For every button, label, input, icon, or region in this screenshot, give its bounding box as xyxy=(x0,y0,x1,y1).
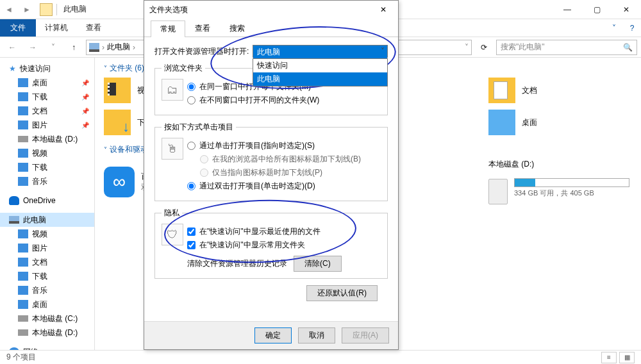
sidebar-quick-access[interactable]: ★快速访问 xyxy=(0,62,94,76)
nav-recent-button[interactable]: ˅ xyxy=(45,40,62,55)
file-menu-button[interactable]: 文件 xyxy=(0,19,36,37)
sidebar-pc-documents[interactable]: 文档 xyxy=(0,255,94,269)
dropdown-option-thispc[interactable]: 此电脑 xyxy=(253,72,387,86)
tab-general[interactable]: 常规 xyxy=(151,21,185,37)
radio-double-click[interactable] xyxy=(187,182,196,190)
dialog-title: 文件夹选项 xyxy=(149,4,188,15)
radio-single-click[interactable] xyxy=(187,142,196,150)
clear-history-label: 清除文件资源管理器历史记录 xyxy=(187,258,287,269)
sidebar-disk-c[interactable]: 本地磁盘 (C:) xyxy=(0,311,94,326)
sidebar-item-desktop[interactable]: 桌面📌 xyxy=(0,76,94,90)
disk-icon xyxy=(18,136,28,142)
disk-usage-bar xyxy=(514,178,629,187)
open-explorer-select[interactable]: 此电脑 ˅ 快速访问 此电脑 xyxy=(253,45,388,58)
pin-icon: 📌 xyxy=(81,108,89,115)
clear-button[interactable]: 清除(C) xyxy=(294,256,342,272)
folder-documents[interactable]: 文档 xyxy=(488,78,629,103)
sidebar-this-pc[interactable]: 此电脑 xyxy=(0,213,94,227)
sidebar-pc-video[interactable]: 视频 xyxy=(0,227,94,241)
disk-usage-text: 334 GB 可用，共 405 GB xyxy=(514,188,629,198)
nav-up-button[interactable]: ↑ xyxy=(65,40,82,55)
view-icons-button[interactable]: ▦ xyxy=(619,352,635,363)
video-icon xyxy=(18,149,28,158)
document-icon xyxy=(18,258,28,267)
ok-button[interactable]: 确定 xyxy=(254,327,292,343)
folder-document-icon xyxy=(488,78,515,103)
disk-icon xyxy=(18,315,28,322)
chevron-down-icon: ˅ xyxy=(104,146,107,153)
tab-view[interactable]: 查看 xyxy=(185,20,220,37)
refresh-button[interactable]: ⟳ xyxy=(476,40,492,55)
browse-icon: 🗂 xyxy=(162,79,183,101)
sidebar-item-downloads[interactable]: 下载📌 xyxy=(0,90,94,104)
dialog-close-button[interactable]: ✕ xyxy=(374,5,393,14)
network-icon xyxy=(9,347,19,350)
privacy-icon: 🛡 xyxy=(162,224,183,245)
dropdown-option-quick[interactable]: 快速访问 xyxy=(253,59,387,72)
folder-options-dialog: 文件夹选项 ✕ 常规 查看 搜索 打开文件资源管理器时打开: 此电脑 ˅ 快速访… xyxy=(144,0,399,350)
item-disk-d[interactable]: 本地磁盘 (D:) 334 GB 可用，共 405 GB xyxy=(488,159,629,204)
sidebar-disk-d2[interactable]: 本地磁盘 (D:) xyxy=(0,326,94,340)
radio-diff-window[interactable] xyxy=(187,96,196,104)
radio-underline-all xyxy=(200,155,208,163)
music-icon xyxy=(18,177,28,186)
address-dropdown-icon[interactable]: ˅ xyxy=(465,43,469,52)
sidebar-item-music[interactable]: 音乐 xyxy=(0,174,94,188)
minimize-button[interactable]: — xyxy=(553,0,582,19)
nav-forward-button[interactable]: → xyxy=(24,40,41,55)
sidebar-pc-desktop[interactable]: 桌面 xyxy=(0,297,94,311)
status-item-count: 9 个项目 xyxy=(6,352,36,363)
sidebar-item-documents[interactable]: 文档📌 xyxy=(0,104,94,118)
chevron-down-icon: ˅ xyxy=(104,65,107,72)
pin-icon: 📌 xyxy=(81,79,89,87)
ribbon-tab-computer[interactable]: 计算机 xyxy=(36,19,77,37)
sidebar-onedrive[interactable]: OneDrive xyxy=(0,194,94,208)
search-input[interactable]: 搜索"此电脑" 🔍 xyxy=(496,40,637,55)
sidebar-pc-pictures[interactable]: 图片 xyxy=(0,241,94,255)
nav-sidebar: ★快速访问 桌面📌 下载📌 文档📌 图片📌 本地磁盘 (D:) 视频 下载 音乐… xyxy=(0,58,95,350)
search-placeholder: 搜索"此电脑" xyxy=(501,42,545,53)
download-icon xyxy=(18,272,28,281)
sidebar-item-video[interactable]: 视频 xyxy=(0,146,94,160)
browse-legend: 浏览文件夹 xyxy=(162,63,205,74)
maximize-button[interactable]: ▢ xyxy=(582,0,612,19)
sidebar-network[interactable]: 网络 xyxy=(0,345,94,350)
dialog-footer: 确定 取消 应用(A) xyxy=(144,321,398,349)
baidu-icon: ∞ xyxy=(104,167,135,197)
disk-icon xyxy=(18,329,28,336)
pc-icon xyxy=(89,43,99,52)
window-title: 此电脑 xyxy=(63,4,87,15)
music-icon xyxy=(18,286,28,295)
history-forward-icon[interactable]: ► xyxy=(18,1,36,19)
folder-desktop[interactable]: 桌面 xyxy=(488,110,629,135)
dialog-tabs: 常规 查看 搜索 xyxy=(144,20,398,37)
click-items-group: 按如下方式单击项目 🖱 通过单击打开项目(指向时选定)(S) 在我的浏览器中给所… xyxy=(154,122,388,201)
help-icon[interactable]: ? xyxy=(623,19,641,37)
radio-same-window[interactable] xyxy=(187,83,196,91)
sidebar-item-pictures[interactable]: 图片📌 xyxy=(0,118,94,132)
cancel-button[interactable]: 取消 xyxy=(298,327,335,343)
sidebar-item-downloads2[interactable]: 下载 xyxy=(0,160,94,174)
sidebar-pc-music[interactable]: 音乐 xyxy=(0,283,94,297)
sidebar-item-disk-d[interactable]: 本地磁盘 (D:) xyxy=(0,132,94,146)
restore-defaults-button[interactable]: 还原默认值(R) xyxy=(306,285,378,301)
chevron-right-icon: › xyxy=(133,43,135,52)
check-frequent-folders[interactable] xyxy=(187,241,196,249)
pin-icon: 📌 xyxy=(81,94,89,101)
folder-video-icon xyxy=(104,78,131,103)
open-explorer-dropdown: 快速访问 此电脑 xyxy=(253,58,388,87)
picture-icon xyxy=(18,244,28,252)
desktop-icon xyxy=(18,78,28,87)
nav-back-button[interactable]: ← xyxy=(4,40,21,55)
ribbon-tab-view[interactable]: 查看 xyxy=(77,19,110,37)
view-details-button[interactable]: ≡ xyxy=(601,352,617,363)
tab-search[interactable]: 搜索 xyxy=(220,20,254,37)
check-recent-files[interactable] xyxy=(187,228,196,236)
close-button[interactable]: ✕ xyxy=(612,0,641,19)
apply-button[interactable]: 应用(A) xyxy=(342,327,389,343)
ribbon-expand-icon[interactable]: ˅ xyxy=(605,19,623,37)
history-back-icon[interactable]: ◄ xyxy=(0,1,18,19)
download-icon xyxy=(18,92,28,101)
disk-icon xyxy=(488,179,508,204)
sidebar-pc-downloads[interactable]: 下载 xyxy=(0,269,94,283)
